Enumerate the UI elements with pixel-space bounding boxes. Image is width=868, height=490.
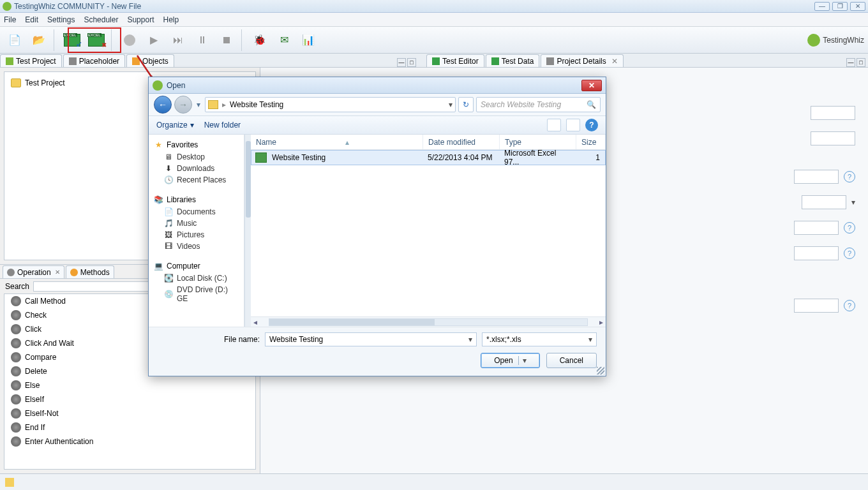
breadcrumb[interactable]: ▸ Website Testing ▾ <box>205 97 456 112</box>
record-button[interactable] <box>119 29 140 51</box>
next-button[interactable]: ⏭ <box>167 29 189 51</box>
column-size[interactable]: Size <box>576 135 606 149</box>
operation-item[interactable]: End If <box>4 420 255 434</box>
sidebar-scrollbar[interactable] <box>244 135 251 327</box>
minimize-button[interactable]: ― <box>814 2 830 11</box>
form-field[interactable] <box>794 299 839 313</box>
new-file-button[interactable]: 📄 <box>4 29 26 51</box>
menu-settings[interactable]: Settings <box>47 15 75 24</box>
cancel-button[interactable]: Cancel <box>546 353 597 368</box>
operation-item[interactable]: ElseIf-Not <box>4 406 255 420</box>
sidebar-item-documents[interactable]: 📄Documents <box>151 206 241 218</box>
tab-test-editor[interactable]: Test Editor <box>426 54 484 67</box>
form-field[interactable] <box>794 170 839 184</box>
scrollbar-thumb[interactable] <box>246 141 251 218</box>
tab-placeholder[interactable]: Placeholder <box>63 54 125 67</box>
sidebar-item-downloads[interactable]: ⬇Downloads <box>151 163 241 174</box>
filename-input[interactable]: Website Testing▾ <box>265 332 477 346</box>
tab-methods[interactable]: Methods <box>66 265 114 278</box>
form-field[interactable] <box>802 195 846 209</box>
play-button[interactable]: ▶ <box>143 29 165 51</box>
nav-forward-button[interactable]: → <box>174 96 192 114</box>
new-folder-button[interactable]: New folder <box>204 121 241 130</box>
sidebar-group-computer[interactable]: 💻Computer <box>151 260 241 272</box>
scroll-right-icon[interactable]: ▸ <box>597 318 606 327</box>
column-headers[interactable]: Name▴ Date modified Type Size <box>251 135 606 150</box>
minimize-view-button[interactable]: ― <box>397 58 406 67</box>
sidebar-item-pictures[interactable]: 🖼Pictures <box>151 229 241 241</box>
dialog-titlebar[interactable]: Open ✕ <box>149 77 606 94</box>
file-row-selected[interactable]: Website Testing 5/22/2013 4:04 PM Micros… <box>251 150 606 165</box>
chevron-down-icon[interactable]: ▾ <box>588 335 592 344</box>
scroll-left-icon[interactable]: ◂ <box>251 318 260 327</box>
close-button[interactable]: ✕ <box>850 2 865 11</box>
help-icon[interactable]: ? <box>844 171 855 182</box>
nav-back-button[interactable]: ← <box>154 96 172 114</box>
operation-item[interactable]: ElseIf <box>4 392 255 406</box>
column-date[interactable]: Date modified <box>423 135 500 149</box>
open-button[interactable]: Open▾ <box>481 353 539 368</box>
operation-item[interactable]: Else <box>4 378 255 392</box>
bug-button[interactable]: 🐞 <box>249 29 271 51</box>
minimize-right-view-button[interactable]: ― <box>846 58 855 67</box>
import-excel-button[interactable] <box>61 29 83 51</box>
preview-pane-button[interactable] <box>566 119 580 131</box>
help-icon[interactable]: ? <box>844 300 855 311</box>
tab-project-details[interactable]: Project Details✕ <box>541 54 623 67</box>
pause-button[interactable]: ⏸ <box>191 29 213 51</box>
form-field[interactable] <box>811 106 855 120</box>
resize-grip[interactable] <box>597 367 604 375</box>
sidebar-item-dvd-drive[interactable]: 💿DVD Drive (D:) GE <box>151 284 241 304</box>
dialog-close-button[interactable]: ✕ <box>581 80 602 91</box>
sidebar-group-favorites[interactable]: ★Favorites <box>151 138 241 151</box>
mail-button[interactable]: ✉ <box>273 29 295 51</box>
menu-scheduler[interactable]: Scheduler <box>84 15 118 24</box>
scrollbar-thumb[interactable] <box>269 319 435 325</box>
tab-test-data[interactable]: Test Data <box>486 54 540 67</box>
tab-test-project[interactable]: Test Project <box>0 54 62 67</box>
tab-operation[interactable]: Operation✕ <box>3 265 64 278</box>
chevron-down-icon[interactable]: ▾ <box>851 198 855 207</box>
refresh-button[interactable]: ↻ <box>458 97 474 112</box>
maximize-view-button[interactable]: □ <box>407 58 416 67</box>
chevron-down-icon[interactable]: ▾ <box>449 100 453 109</box>
form-field[interactable] <box>794 221 839 235</box>
tab-close-icon[interactable]: ✕ <box>611 57 618 66</box>
dialog-help-button[interactable]: ? <box>585 119 598 131</box>
stop-button[interactable]: ⏹ <box>216 29 237 51</box>
open-folder-button[interactable]: 📂 <box>28 29 50 51</box>
dialog-sidebar[interactable]: ★Favorites 🖥Desktop ⬇Downloads 🕓Recent P… <box>149 135 244 327</box>
dialog-search-input[interactable]: Search Website Testing 🔍 <box>476 97 601 112</box>
maximize-button[interactable]: ❐ <box>832 2 848 11</box>
sidebar-item-desktop[interactable]: 🖥Desktop <box>151 151 241 163</box>
menu-file[interactable]: File <box>4 15 16 24</box>
menu-support[interactable]: Support <box>127 15 154 24</box>
sidebar-group-libraries[interactable]: 📚Libraries <box>151 193 241 206</box>
menu-edit[interactable]: Edit <box>25 15 38 24</box>
chevron-down-icon[interactable]: ▾ <box>518 356 527 365</box>
form-field[interactable] <box>811 131 855 145</box>
view-options-button[interactable] <box>547 119 561 131</box>
horizontal-scrollbar[interactable]: ◂ ▸ <box>251 316 606 327</box>
nav-history-dropdown[interactable]: ▾ <box>195 96 202 114</box>
sidebar-item-music[interactable]: 🎵Music <box>151 218 241 229</box>
help-icon[interactable]: ? <box>844 222 855 234</box>
column-name[interactable]: Name▴ <box>251 135 423 149</box>
operation-item[interactable]: Enter Authentication <box>4 434 255 449</box>
tab-close-icon[interactable]: ✕ <box>55 269 60 276</box>
maximize-right-view-button[interactable]: □ <box>857 58 865 67</box>
tab-objects[interactable]: Objects <box>126 54 174 67</box>
menu-help[interactable]: Help <box>163 15 179 24</box>
form-field[interactable] <box>794 246 839 260</box>
help-icon[interactable]: ? <box>844 248 855 259</box>
filetype-combo[interactable]: *.xlsx;*.xls▾ <box>482 332 597 346</box>
sidebar-item-recent[interactable]: 🕓Recent Places <box>151 174 241 186</box>
export-excel-button[interactable] <box>86 29 107 51</box>
breadcrumb-segment[interactable]: Website Testing <box>230 100 283 109</box>
file-list[interactable]: Name▴ Date modified Type Size Website Te… <box>251 135 606 327</box>
sidebar-item-videos[interactable]: 🎞Videos <box>151 241 241 252</box>
chevron-down-icon[interactable]: ▾ <box>468 335 472 344</box>
report-button[interactable]: 📊 <box>297 29 319 51</box>
column-type[interactable]: Type <box>500 135 576 149</box>
sidebar-item-local-disk[interactable]: 💽Local Disk (C:) <box>151 272 241 284</box>
